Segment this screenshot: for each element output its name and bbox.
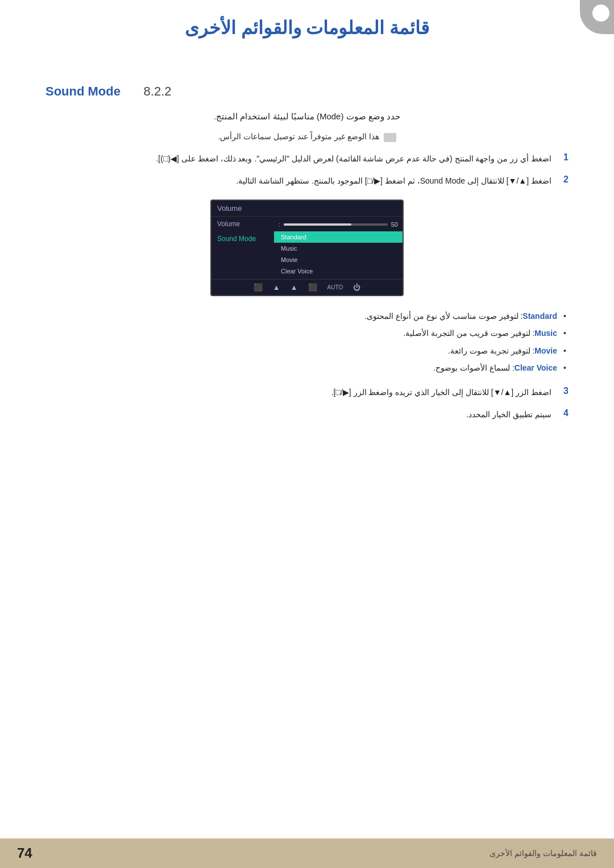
bullet-music-key: Music xyxy=(534,329,557,338)
tv-toolbar-power: ⏻ xyxy=(353,283,360,292)
content-area: Sound Mode 8.2.2 حدد وضع صوت (Mode) مناس… xyxy=(0,50,614,442)
tv-volume-number: 50 xyxy=(391,221,398,228)
step-3-number: 3 xyxy=(557,386,569,396)
bullet-movie-key: Movie xyxy=(534,346,557,355)
step-2-number: 2 xyxy=(557,175,569,185)
intro-instruction: حدد وضع صوت (Mode) مناسبًا لبيئة استخدام… xyxy=(45,109,569,124)
tv-volume-bar-bg xyxy=(284,223,388,226)
bullet-standard-key: Standard xyxy=(522,312,557,321)
step-1-number: 1 xyxy=(557,152,569,163)
tv-menu-right: : 50 Standard Music Movie Clear Voice xyxy=(274,217,403,279)
tv-submenu: Standard Music Movie Clear Voice xyxy=(274,231,403,277)
tv-volume-row: : 50 xyxy=(274,219,403,230)
tv-menu: Volume Volume Sound Mode : xyxy=(210,200,404,296)
tv-submenu-movie: Movie xyxy=(274,254,403,265)
steps-container: 1 اضغط أي زر من واجهة المنتج (في حالة عد… xyxy=(45,152,569,422)
tv-toolbar: ⬛ ▲ ▲ ⬛ AUTO ⏻ xyxy=(211,279,403,295)
tv-menu-illustration: Volume Volume Sound Mode : xyxy=(45,200,569,296)
note-icon xyxy=(384,133,396,142)
tv-volume-bar-fill xyxy=(284,223,351,226)
tv-menu-left: Volume Sound Mode xyxy=(211,217,274,279)
tv-toolbar-icon-4: ⬛ xyxy=(308,283,317,292)
tv-menu-title-bar: Volume xyxy=(211,201,403,217)
bullet-clearvoice-key: Clear Voice xyxy=(515,363,557,372)
tv-menu-item-soundmode: Sound Mode xyxy=(211,231,274,246)
footer-page-number: 74 xyxy=(17,845,32,861)
step-4-text: سيتم تطبيق الخيار المحدد. xyxy=(45,408,551,422)
footer-text: قائمة المعلومات والقوائم الأخرى xyxy=(489,849,597,858)
step-1: 1 اضغط أي زر من واجهة المنتج (في حالة عد… xyxy=(45,152,569,166)
tv-menu-item-volume: Volume xyxy=(211,217,274,231)
tv-submenu-clearvoice: Clear Voice xyxy=(274,265,403,277)
step-3-text: اضغط الزر [▲/▼] للانتقال إلى الخيار الذي… xyxy=(45,386,551,400)
bullet-standard-desc: لتوفير صوت مناسب لأي نوع من أنواع المحتو… xyxy=(364,312,518,321)
tv-toolbar-icon-3: ▲ xyxy=(291,283,298,292)
section-number: 8.2.2 xyxy=(144,84,172,98)
section-title: Sound Mode xyxy=(45,84,121,98)
corner-circle xyxy=(592,5,609,22)
bullet-movie: Movie: لتوفير تجربة صوت رائعة. xyxy=(45,344,569,357)
step-4-number: 4 xyxy=(557,408,569,418)
tv-toolbar-icon-1: ⬛ xyxy=(254,283,263,292)
section-heading: Sound Mode 8.2.2 xyxy=(45,84,569,99)
step-3: 3 اضغط الزر [▲/▼] للانتقال إلى الخيار ال… xyxy=(45,386,569,400)
bullet-list: Standard: لتوفير صوت مناسب لأي نوع من أن… xyxy=(45,310,569,375)
tv-menu-title-text: Volume xyxy=(217,204,242,213)
footer: 74 قائمة المعلومات والقوائم الأخرى xyxy=(0,838,614,868)
note-text: هذا الوضع غير متوفراً عند توصيل سماعات ا… xyxy=(218,132,379,141)
note-box: هذا الوضع غير متوفراً عند توصيل سماعات ا… xyxy=(45,132,569,142)
tv-toolbar-auto: AUTO xyxy=(327,284,343,290)
tv-menu-body: Volume Sound Mode : 50 xyxy=(211,217,403,279)
bullet-music: Music: لتوفير صوت قريب من التجربة الأصلي… xyxy=(45,327,569,339)
bullet-standard: Standard: لتوفير صوت مناسب لأي نوع من أن… xyxy=(45,310,569,322)
bullet-music-desc: لتوفير صوت قريب من التجربة الأصلية. xyxy=(403,329,530,338)
step-2: 2 اضغط [▲/▼] للانتقال إلى Sound Mode، ثم… xyxy=(45,175,569,188)
bullet-clearvoice-desc: لسماع الأصوات بوضوح. xyxy=(433,363,510,372)
tv-submenu-standard: Standard xyxy=(274,231,403,243)
bullet-movie-desc: لتوفير تجربة صوت رائعة. xyxy=(448,346,530,355)
step-1-text: اضغط أي زر من واجهة المنتج (في حالة عدم … xyxy=(45,152,551,166)
tv-submenu-music: Music xyxy=(274,243,403,254)
step-2-text: اضغط [▲/▼] للانتقال إلى Sound Mode، ثم ا… xyxy=(45,175,551,188)
step-4: 4 سيتم تطبيق الخيار المحدد. xyxy=(45,408,569,422)
tv-volume-colon: : xyxy=(279,221,280,228)
bullet-clearvoice: Clear Voice: لسماع الأصوات بوضوح. xyxy=(45,362,569,374)
page-title: قائمة المعلومات والقوائم الأخرى xyxy=(0,0,614,50)
tv-toolbar-icon-2: ▲ xyxy=(273,283,280,292)
